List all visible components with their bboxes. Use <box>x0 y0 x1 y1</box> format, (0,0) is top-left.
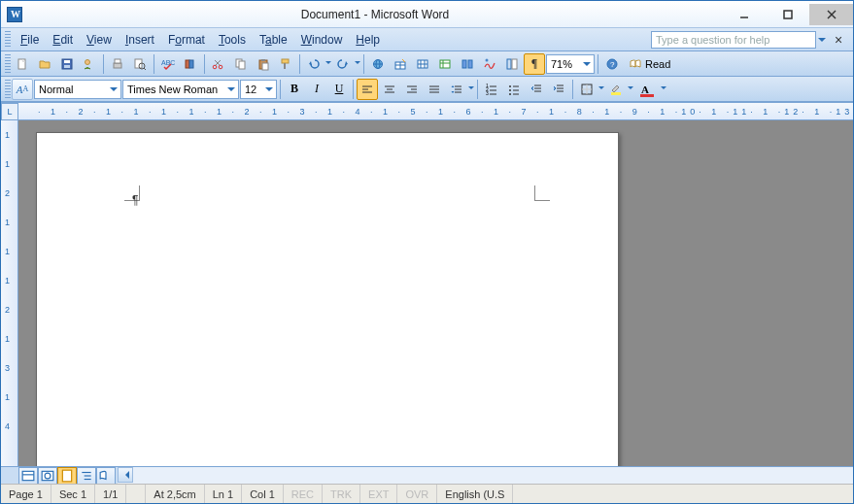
vertical-ruler[interactable]: 11211121314 <box>1 120 18 466</box>
zoom-combo[interactable]: 71% <box>546 54 595 74</box>
print-button[interactable] <box>107 53 128 75</box>
font-size-combo[interactable]: 12 <box>240 80 277 99</box>
svg-rect-84 <box>611 92 621 95</box>
cut-button[interactable] <box>208 53 229 75</box>
line-spacing-button[interactable] <box>446 79 467 100</box>
menu-edit[interactable]: Edit <box>47 31 79 49</box>
numbering-button[interactable]: 123 <box>481 79 502 100</box>
highlight-button[interactable] <box>605 79 627 100</box>
borders-button[interactable] <box>576 79 598 100</box>
status-lang[interactable]: English (U.S <box>437 485 513 503</box>
status-pages: 1/1 <box>95 485 126 503</box>
align-left-button[interactable] <box>357 79 378 100</box>
window-title: Document1 - Microsoft Word <box>28 8 722 21</box>
svg-point-8 <box>85 59 90 64</box>
save-button[interactable] <box>56 53 78 75</box>
permission-button[interactable] <box>79 53 100 75</box>
print-layout-button[interactable] <box>57 467 77 484</box>
menu-file[interactable]: File <box>15 31 45 49</box>
reading-layout-button[interactable] <box>96 467 116 484</box>
underline-button[interactable]: U <box>328 79 350 100</box>
drawing-button[interactable] <box>479 53 500 75</box>
styles-button[interactable]: AA <box>12 79 33 100</box>
insert-worksheet-button[interactable] <box>434 53 456 75</box>
redo-dropdown-icon[interactable] <box>355 61 360 67</box>
decrease-indent-button[interactable] <box>526 79 547 100</box>
minimize-button[interactable] <box>722 4 766 25</box>
spelling-button[interactable]: ABC <box>157 53 179 75</box>
hyperlink-button[interactable] <box>367 53 389 75</box>
new-button[interactable] <box>12 53 33 75</box>
web-layout-button[interactable] <box>38 467 57 484</box>
font-combo[interactable]: Times New Roman <box>122 80 239 99</box>
bullets-button[interactable] <box>503 79 525 100</box>
menu-help[interactable]: Help <box>350 31 386 49</box>
borders-dropdown-icon[interactable] <box>598 86 604 92</box>
svg-text:ABC: ABC <box>161 59 175 66</box>
toolbar-grip[interactable] <box>5 80 11 99</box>
horizontal-scrollbar[interactable] <box>118 467 853 484</box>
font-color-dropdown-icon[interactable] <box>661 86 666 92</box>
research-button[interactable] <box>180 53 201 75</box>
document-page[interactable]: ¶ <box>36 132 619 466</box>
align-center-button[interactable] <box>379 79 400 100</box>
format-painter-button[interactable] <box>275 53 296 75</box>
menu-table[interactable]: Table <box>254 31 293 49</box>
svg-rect-25 <box>262 63 268 70</box>
svg-point-69 <box>509 85 511 87</box>
help-search-input[interactable]: Type a question for help <box>651 31 816 49</box>
status-rec[interactable]: REC <box>284 485 323 503</box>
document-viewport[interactable]: ¶ <box>18 120 853 466</box>
copy-button[interactable] <box>230 53 252 75</box>
menu-view[interactable]: View <box>81 31 118 49</box>
tables-borders-button[interactable] <box>390 53 411 75</box>
tab-selector[interactable]: L <box>1 103 18 120</box>
menu-window[interactable]: Window <box>295 31 349 49</box>
menu-insert[interactable]: Insert <box>120 31 160 49</box>
svg-rect-9 <box>114 63 121 68</box>
svg-point-70 <box>509 89 511 91</box>
toolbar-grip[interactable] <box>5 54 11 74</box>
menu-tools[interactable]: Tools <box>213 31 252 49</box>
status-ext[interactable]: EXT <box>360 485 397 503</box>
doc-map-button[interactable] <box>501 53 523 75</box>
status-at: At 2,5cm <box>146 485 204 503</box>
close-doc-button[interactable]: × <box>832 32 845 48</box>
print-preview-button[interactable] <box>129 53 151 75</box>
insert-table-button[interactable] <box>412 53 433 75</box>
line-spacing-dropdown-icon[interactable] <box>468 86 474 92</box>
paste-button[interactable] <box>253 53 274 75</box>
read-button[interactable]: Read <box>624 53 675 75</box>
status-page: Page 1 <box>1 485 51 503</box>
svg-point-43 <box>486 58 489 61</box>
horizontal-ruler[interactable]: · 1 · 2 · 1 · 1 · 1 · 1 · 1 · 2 · 1 · 3 … <box>18 103 853 119</box>
formatting-toolbar: AA Normal Times New Roman 12 B I U 123 A <box>1 77 853 102</box>
redo-button[interactable] <box>332 53 354 75</box>
normal-view-button[interactable] <box>18 467 38 484</box>
font-color-swatch <box>640 94 654 97</box>
align-justify-button[interactable] <box>424 79 445 100</box>
outline-view-button[interactable] <box>77 467 96 484</box>
help-button[interactable]: ? <box>601 53 623 75</box>
maximize-button[interactable] <box>766 4 809 25</box>
bold-button[interactable]: B <box>284 79 305 100</box>
help-dropdown-icon[interactable] <box>818 38 826 46</box>
status-ovr[interactable]: OVR <box>397 485 437 503</box>
style-combo[interactable]: Normal <box>34 80 121 99</box>
increase-indent-button[interactable] <box>548 79 569 100</box>
menubar-grip[interactable] <box>5 31 11 49</box>
menu-format[interactable]: Format <box>162 31 211 49</box>
close-button[interactable] <box>809 4 853 25</box>
undo-button[interactable] <box>303 53 325 75</box>
align-right-button[interactable] <box>401 79 423 100</box>
columns-button[interactable] <box>457 53 478 75</box>
italic-button[interactable]: I <box>306 79 327 100</box>
status-trk[interactable]: TRK <box>323 485 360 503</box>
undo-dropdown-icon[interactable] <box>325 61 331 67</box>
scroll-left-button[interactable] <box>118 467 133 483</box>
highlight-dropdown-icon[interactable] <box>628 86 633 92</box>
svg-rect-42 <box>468 60 472 68</box>
app-window: Document1 - Microsoft Word File Edit Vie… <box>0 0 854 504</box>
open-button[interactable] <box>34 53 55 75</box>
show-formatting-button[interactable]: ¶ <box>524 53 545 75</box>
